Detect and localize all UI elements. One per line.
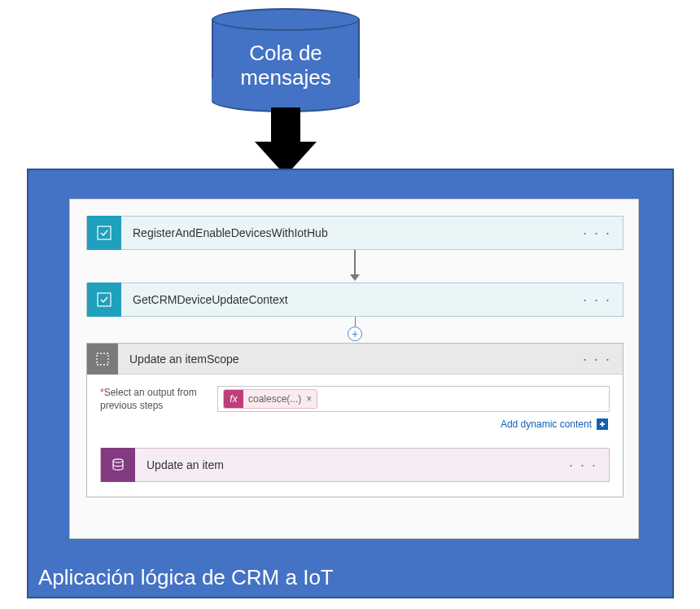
database-action-icon <box>101 448 135 482</box>
container-title: Aplicación lógica de CRM a IoT <box>38 565 334 590</box>
expression-token[interactable]: fx coalesce(...) × <box>223 389 317 409</box>
svg-rect-0 <box>98 226 111 239</box>
expression-text: coalesce(...) <box>243 393 306 405</box>
logic-app-action-icon <box>87 283 121 317</box>
connector-arrow-icon <box>354 250 356 276</box>
cylinder-label: Cola de mensajes <box>212 41 360 90</box>
logic-app-designer-panel: RegisterAndEnableDevicesWithIotHub · · ·… <box>69 199 639 539</box>
more-options-icon[interactable]: · · · <box>571 355 623 363</box>
add-dynamic-content-text: Add dynamic content <box>501 418 592 430</box>
add-step-button[interactable]: + <box>348 326 362 341</box>
scope-update-item: Update an itemScope · · · *Select an out… <box>86 343 623 497</box>
svg-rect-5 <box>600 423 605 425</box>
cylinder-label-line1: Cola de <box>249 41 322 65</box>
scope-body: *Select an output from previous steps fx… <box>87 375 623 448</box>
step-label: RegisterAndEnableDevicesWithIotHub <box>121 226 571 239</box>
scope-header[interactable]: Update an itemScope · · · <box>87 344 623 375</box>
field-input-box[interactable]: fx coalesce(...) × <box>217 386 610 412</box>
step-get-crm-device-context[interactable]: GetCRMDeviceUpdateContext · · · <box>86 283 623 317</box>
step-register-enable-devices[interactable]: RegisterAndEnableDevicesWithIotHub · · · <box>86 216 623 250</box>
more-options-icon[interactable]: · · · <box>571 296 623 304</box>
more-options-icon[interactable]: · · · <box>571 229 623 237</box>
field-label-text: Select an output from previous steps <box>100 387 197 411</box>
svg-point-6 <box>113 459 123 462</box>
dynamic-content-icon <box>597 418 608 430</box>
logic-app-action-icon <box>87 216 121 250</box>
step-label: GetCRMDeviceUpdateContext <box>121 293 571 306</box>
cylinder-top <box>212 8 360 31</box>
cylinder-label-line2: mensajes <box>240 65 330 90</box>
svg-rect-2 <box>97 353 108 365</box>
field-label: *Select an output from previous steps <box>100 386 206 412</box>
logic-app-container: Aplicación lógica de CRM a IoT RegisterA… <box>27 169 674 598</box>
add-dynamic-content-link[interactable]: Add dynamic content <box>100 412 610 441</box>
scope-title: Update an itemScope <box>118 353 571 366</box>
flow-arrow-down-icon <box>255 107 317 177</box>
remove-token-icon[interactable]: × <box>306 393 317 405</box>
more-options-icon[interactable]: · · · <box>558 461 609 469</box>
fx-icon: fx <box>224 389 243 409</box>
scope-icon <box>87 344 118 375</box>
step-label: Update an item <box>135 458 558 471</box>
message-queue-cylinder: Cola de mensajes <box>212 8 360 114</box>
field-select-output: *Select an output from previous steps fx… <box>100 386 610 412</box>
step-update-an-item[interactable]: Update an item · · · <box>100 448 610 482</box>
svg-rect-1 <box>98 293 111 306</box>
